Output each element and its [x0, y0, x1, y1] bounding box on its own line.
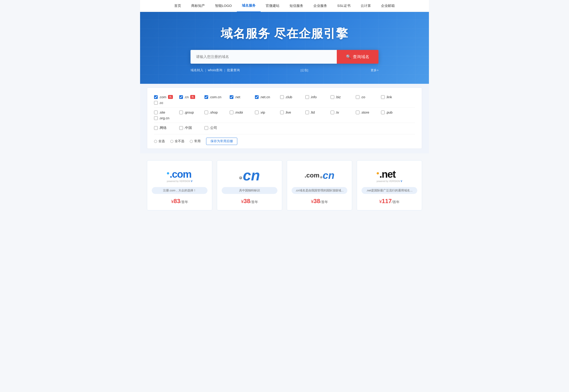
common-radio[interactable]: 常用 [190, 139, 201, 143]
card-logo-net: .net powered by VERISIGN V [377, 167, 402, 183]
nav-item-官微建站[interactable]: 官微建站 [261, 0, 284, 12]
search-input[interactable] [191, 50, 337, 64]
domain-filter: .com热.cn热.com.cn.net.net.cn.club.info.bi… [147, 87, 422, 149]
domain-card-net[interactable]: .net powered by VERISIGN V .net是国际最广泛流行的… [357, 160, 422, 210]
domain-transfer-link[interactable]: 域名转入 [191, 68, 203, 72]
deselect-all-radio[interactable]: 全不选 [170, 139, 184, 143]
filter-row-2: .网络.中国.公司 [154, 123, 415, 133]
card-desc-cn: 具中国独特标识 [222, 187, 277, 194]
filter-item-.shop[interactable]: .shop [205, 110, 230, 115]
search-icon: 🔍 [346, 54, 351, 59]
nav-item-商标知产[interactable]: 商标知产 [186, 0, 210, 12]
filter-item-.club[interactable]: .club [280, 94, 305, 100]
card-logo-cn: cn [239, 167, 260, 183]
save-suffix-button[interactable]: 保存为常用后缀 [206, 138, 237, 145]
hot-badge: 热 [190, 95, 195, 99]
card-price-comcn: ¥38/首年 [311, 198, 328, 205]
more-link[interactable]: 更多> [371, 68, 378, 72]
hero-section: 域名服务 尽在企服引擎 🔍 查询域名 域名转入 | whois查询 | 批量查询… [140, 12, 429, 84]
batch-query-link[interactable]: 批量查询 [227, 68, 240, 72]
filter-item-.中国[interactable]: .中国 [179, 125, 205, 131]
domain-card-com[interactable]: .com powered by VERISIGN V 注册.com，大众的选择！… [147, 160, 212, 210]
filter-bottom: 全选 全不选 常用 保存为常用后缀 [154, 134, 415, 145]
filter-item-.mobi[interactable]: .mobi [230, 110, 255, 115]
filter-item-.store[interactable]: .store [356, 110, 381, 115]
hero-title: 域名服务 尽在企服引擎 [140, 26, 429, 42]
filter-item-.group[interactable]: .group [179, 110, 205, 115]
nav-item-智能LOGO[interactable]: 智能LOGO [210, 0, 237, 12]
nav-item-云计算[interactable]: 云计算 [356, 0, 376, 12]
nav-item-首页[interactable]: 首页 [169, 0, 186, 12]
domain-card-cn[interactable]: cn 具中国独特标识 ¥38/首年 [217, 160, 282, 210]
card-price-net: ¥117/首年 [379, 198, 400, 205]
card-desc-net: .net是国际最广泛流行的通用域名... [361, 187, 417, 194]
filter-item-.网络[interactable]: .网络 [154, 125, 179, 131]
card-logo-comcn: .com cn [304, 167, 334, 183]
filter-row-0: .com热.cn热.com.cn.net.net.cn.club.info.bi… [154, 92, 415, 108]
whois-link[interactable]: whois查询 [208, 68, 223, 72]
notice-badge: [公告] [300, 68, 308, 72]
search-links: 域名转入 | whois查询 | 批量查询 [公告] 更多> [191, 68, 378, 72]
nav-item-SSL证书[interactable]: SSL证书 [332, 0, 356, 12]
filter-item-.tv[interactable]: .tv [330, 110, 356, 115]
main-nav: 首页商标知产智能LOGO域名服务官微建站短信服务企业服务SSL证书云计算企业邮箱 [140, 0, 429, 12]
domain-card-comcn[interactable]: .com cn .cn域名是由我国管理的国际顶级域... ¥38/首年 [287, 160, 352, 210]
filter-item-.cc[interactable]: .cc [154, 100, 179, 106]
filter-item-.pub[interactable]: .pub [381, 110, 406, 115]
filter-item-.vip[interactable]: .vip [255, 110, 280, 115]
select-all-radio[interactable]: 全选 [154, 139, 165, 143]
filter-item-.com[interactable]: .com热 [154, 94, 179, 100]
filter-row-1: .site.group.shop.mobi.vip.live.ltd.tv.st… [154, 108, 415, 123]
domain-cards: .com powered by VERISIGN V 注册.com，大众的选择！… [147, 160, 422, 210]
search-button[interactable]: 🔍 查询域名 [337, 50, 378, 64]
card-price-com: ¥83/首年 [171, 198, 188, 205]
card-desc-comcn: .cn域名是由我国管理的国际顶级域... [292, 187, 347, 194]
card-price-cn: ¥38/首年 [241, 198, 258, 205]
nav-item-企业邮箱[interactable]: 企业邮箱 [376, 0, 400, 12]
nav-item-短信服务[interactable]: 短信服务 [284, 0, 308, 12]
filter-item-.net[interactable]: .net [230, 94, 255, 100]
filter-item-.biz[interactable]: .biz [330, 94, 356, 100]
filter-item-.公司[interactable]: .公司 [205, 125, 230, 131]
filter-item-.com.cn[interactable]: .com.cn [205, 94, 230, 100]
filter-item-.ltd[interactable]: .ltd [305, 110, 330, 115]
card-logo-com: .com powered by VERISIGN V [167, 167, 193, 183]
nav-item-域名服务[interactable]: 域名服务 [237, 0, 261, 12]
card-desc-com: 注册.com，大众的选择！ [152, 187, 208, 194]
filter-item-.org.cn[interactable]: .org.cn [154, 115, 179, 121]
filter-item-.live[interactable]: .live [280, 110, 305, 115]
nav-item-企业服务[interactable]: 企业服务 [308, 0, 332, 12]
filter-item-.co[interactable]: .co [356, 94, 381, 100]
filter-item-.info[interactable]: .info [305, 94, 330, 100]
filter-item-.cn[interactable]: .cn热 [179, 94, 205, 100]
filter-item-.site[interactable]: .site [154, 110, 179, 115]
hot-badge: 热 [168, 95, 173, 99]
filter-item-.net.cn[interactable]: .net.cn [255, 94, 280, 100]
filter-item-.link[interactable]: .link [381, 94, 406, 100]
filter-section: .com热.cn热.com.cn.net.net.cn.club.info.bi… [140, 84, 429, 154]
search-bar: 🔍 查询域名 [191, 50, 378, 64]
